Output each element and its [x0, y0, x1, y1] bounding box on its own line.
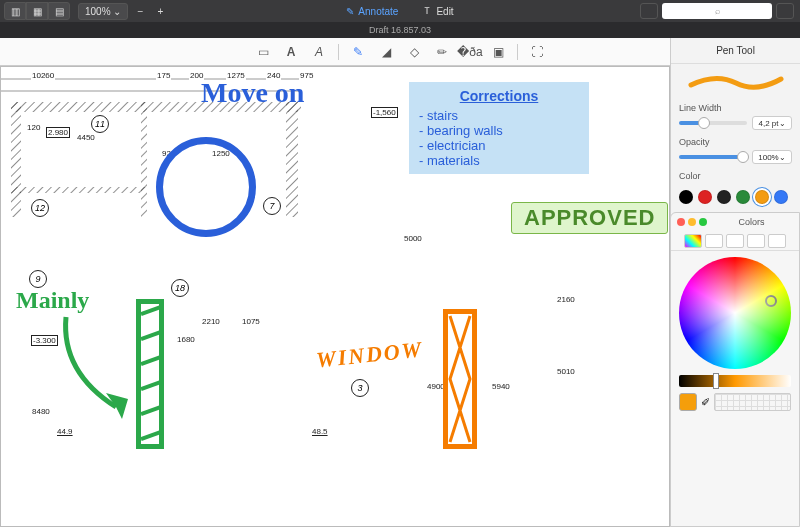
note-title: Corrections: [419, 88, 579, 104]
dimension-label: 5010: [556, 367, 576, 376]
zoom-icon[interactable]: [699, 218, 707, 226]
annotation-green-rect[interactable]: [136, 299, 164, 449]
image-palettes-tab[interactable]: [747, 234, 765, 248]
color-swatch[interactable]: [698, 190, 712, 204]
color-swatch[interactable]: [774, 190, 788, 204]
dimension-label: 4450: [76, 133, 96, 142]
color-label: Color: [679, 171, 792, 181]
opacity-label: Opacity: [679, 137, 792, 147]
note-item: - materials: [419, 153, 579, 168]
annotation-window[interactable]: WINDOW: [315, 336, 424, 373]
zoom-controls: 100% ⌄ − +: [78, 3, 168, 20]
edit-tab[interactable]: ＴEdit: [416, 2, 459, 20]
annotation-orange-rect[interactable]: [443, 309, 477, 449]
annotation-arrow[interactable]: [56, 312, 146, 432]
color-wheel-cursor[interactable]: [765, 295, 777, 307]
dimension-label: 8480: [31, 407, 51, 416]
color-palettes-tab[interactable]: [726, 234, 744, 248]
signature-tool[interactable]: �ða: [461, 43, 479, 61]
dimension-label: 5000: [403, 234, 423, 243]
dimension-label: 48.5: [311, 427, 329, 436]
minimize-icon[interactable]: [688, 218, 696, 226]
brightness-slider[interactable]: [679, 375, 791, 387]
contact-sheet-icon[interactable]: ▤: [48, 2, 70, 20]
line-width-value[interactable]: 4,2 pt ⌄: [752, 116, 792, 130]
zoom-in-button[interactable]: +: [152, 6, 168, 17]
svg-rect-2: [11, 102, 21, 217]
top-toolbar: ▥ ▦ ▤ 100% ⌄ − + ✎Annotate ＴEdit ⌕: [0, 0, 800, 22]
annotation-stamp-approved[interactable]: APPROVED: [511, 202, 668, 234]
color-wheel-tab[interactable]: [684, 234, 702, 248]
image-tool[interactable]: ▣: [489, 43, 507, 61]
colors-panel-titlebar[interactable]: Colors: [671, 213, 799, 231]
text-box-tool[interactable]: ▭: [254, 43, 272, 61]
annotation-sticky-note[interactable]: Corrections - stairs - bearing walls - e…: [409, 82, 589, 174]
dimension-label: -3.300: [31, 335, 58, 346]
opacity-value[interactable]: 100% ⌄: [752, 150, 792, 164]
color-wheel[interactable]: [679, 257, 791, 369]
color-swatches: [671, 186, 800, 208]
colors-panel-title: Colors: [710, 217, 793, 227]
room-number: 11: [91, 115, 109, 133]
current-color-swatch[interactable]: [679, 393, 697, 411]
room-number: 3: [351, 379, 369, 397]
zoom-out-button[interactable]: −: [132, 6, 148, 17]
close-icon[interactable]: [677, 218, 685, 226]
color-swatch[interactable]: [755, 190, 769, 204]
view-mode-segment[interactable]: ▥ ▦ ▤: [4, 2, 70, 20]
font-style-tool[interactable]: A: [310, 43, 328, 61]
line-width-label: Line Width: [679, 103, 792, 113]
stroke-preview: [671, 64, 800, 98]
svg-rect-5: [141, 102, 147, 217]
svg-line-27: [141, 379, 159, 389]
annotation-circle[interactable]: [156, 137, 256, 237]
search-icon: ⌕: [715, 6, 720, 16]
shapes-tool[interactable]: ◇: [405, 43, 423, 61]
thumbnails-icon[interactable]: ▦: [26, 2, 48, 20]
svg-line-25: [141, 329, 159, 339]
document-title: Draft 16.857.03: [369, 25, 431, 35]
opacity-slider[interactable]: [679, 155, 747, 159]
eyedropper-icon[interactable]: ✐: [701, 396, 710, 409]
note-item: - electrician: [419, 138, 579, 153]
document-canvas[interactable]: 10260 175 200 1275 240 975 120 2.980 445…: [0, 66, 670, 527]
document-title-bar: Draft 16.857.03: [0, 22, 800, 38]
dimension-label: 5940: [491, 382, 511, 391]
pencils-tab[interactable]: [768, 234, 786, 248]
crop-tool[interactable]: ⛶: [528, 43, 546, 61]
annotation-mainly[interactable]: Mainly: [16, 287, 89, 314]
dimension-label: 2160: [556, 295, 576, 304]
pen-tool[interactable]: ✎: [349, 43, 367, 61]
svg-line-29: [141, 429, 159, 439]
inspector-toggle[interactable]: [776, 3, 794, 19]
line-width-slider[interactable]: [679, 121, 747, 125]
saved-colors-grid[interactable]: [714, 393, 791, 411]
color-swatch[interactable]: [736, 190, 750, 204]
dimension-label: -1,560: [371, 107, 398, 118]
room-number: 12: [31, 199, 49, 217]
svg-line-28: [141, 404, 159, 414]
zoom-value[interactable]: 100% ⌄: [78, 3, 128, 20]
sketch-tool[interactable]: ✏: [433, 43, 451, 61]
color-sliders-tab[interactable]: [705, 234, 723, 248]
colors-panel-tabs: [671, 231, 799, 251]
room-number: 9: [29, 270, 47, 288]
dimension-label: 1075: [241, 317, 261, 326]
share-button[interactable]: [640, 3, 658, 19]
color-swatch[interactable]: [717, 190, 731, 204]
svg-line-26: [141, 354, 159, 364]
annotate-tab[interactable]: ✎Annotate: [340, 2, 404, 20]
dimension-label: 10260: [31, 71, 55, 80]
highlighter-tool[interactable]: ◢: [377, 43, 395, 61]
mode-tabs: ✎Annotate ＴEdit: [340, 2, 459, 20]
text-cursor-icon: Ｔ: [422, 4, 432, 18]
pencil-icon: ✎: [346, 6, 354, 17]
color-swatch[interactable]: [679, 190, 693, 204]
room-number: 7: [263, 197, 281, 215]
font-tool[interactable]: A: [282, 43, 300, 61]
annotation-move-on[interactable]: Move on: [201, 77, 304, 109]
colors-panel[interactable]: Colors ✐: [670, 212, 800, 527]
dimension-label: 175: [156, 71, 171, 80]
sidebar-toggle-icon[interactable]: ▥: [4, 2, 26, 20]
search-input[interactable]: ⌕: [662, 3, 772, 19]
